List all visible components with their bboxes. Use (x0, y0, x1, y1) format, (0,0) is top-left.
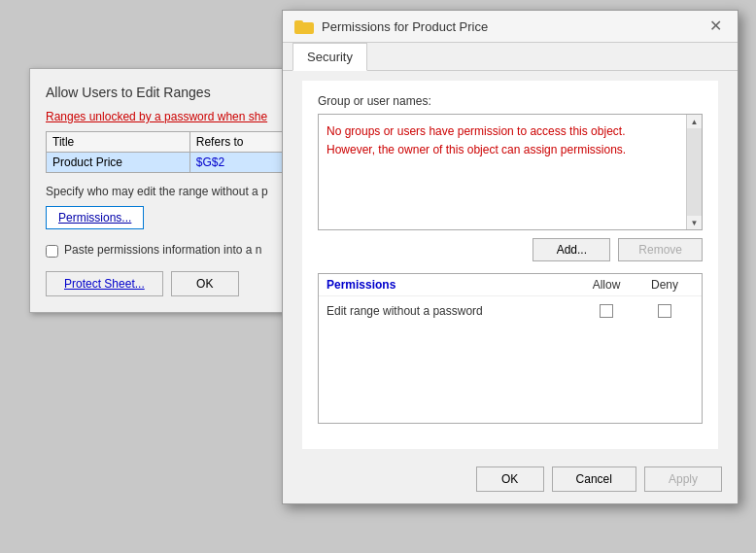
scroll-up-arrow[interactable]: ▲ (688, 115, 702, 128)
fg-titlebar: Permissions for Product Price ✕ (283, 11, 738, 43)
deny-check-cell (636, 304, 694, 318)
paste-permissions-row: Paste permissions information into a n (46, 243, 294, 258)
fg-dialog: Permissions for Product Price ✕ Security… (282, 10, 739, 504)
bg-specify-text: Specify who may edit the range without a… (46, 185, 294, 198)
bg-dialog-subtitle: Ranges unlocked by a password when she (46, 110, 294, 123)
bg-bottom-buttons: Protect Sheet... OK (46, 271, 294, 296)
fg-cancel-button[interactable]: Cancel (552, 467, 636, 492)
permissions-allow-label: Allow (577, 278, 636, 292)
fg-ok-button[interactable]: OK (476, 467, 544, 492)
permissions-row: Edit range without a password (319, 296, 702, 326)
table-col-title: Title (47, 132, 190, 153)
fg-close-button[interactable]: ✕ (705, 18, 726, 34)
permissions-label: Permissions (326, 278, 577, 292)
fg-dialog-title: Permissions for Product Price (322, 19, 488, 34)
protect-sheet-button[interactable]: Protect Sheet... (46, 271, 163, 296)
add-remove-row: Add... Remove (318, 238, 703, 261)
fg-tabs: Security (283, 43, 738, 71)
allow-check-cell (577, 304, 636, 318)
table-row[interactable]: Product Price $G$2 (47, 153, 294, 173)
permissions-empty-space (319, 326, 702, 423)
no-permission-text-line1: No groups or users have permission to ac… (326, 124, 625, 138)
scroll-track (687, 128, 702, 216)
scroll-down-arrow[interactable]: ▼ (688, 216, 702, 229)
group-label: Group or user names: (318, 94, 703, 108)
fg-bottom-buttons: OK Cancel Apply (283, 459, 738, 503)
deny-checkbox[interactable] (658, 304, 671, 318)
titlebar-left: Permissions for Product Price (294, 18, 488, 34)
permissions-button[interactable]: Permissions... (46, 206, 144, 229)
fg-apply-button[interactable]: Apply (644, 467, 722, 492)
table-cell-refers: $G$2 (189, 153, 293, 173)
permission-row-label: Edit range without a password (326, 304, 577, 318)
permissions-section: Permissions Allow Deny Edit range withou… (318, 273, 703, 424)
paste-permissions-label: Paste permissions information into a n (64, 243, 261, 257)
tab-security[interactable]: Security (292, 43, 367, 71)
ranges-table: Title Refers to Product Price $G$2 (46, 131, 294, 173)
paste-permissions-checkbox[interactable] (46, 245, 58, 258)
no-permission-text-line2: However, the owner of this object can as… (326, 143, 626, 156)
permissions-header: Permissions Allow Deny (319, 274, 702, 296)
permissions-deny-label: Deny (636, 278, 694, 292)
allow-checkbox[interactable] (600, 304, 613, 318)
add-button[interactable]: Add... (533, 238, 610, 261)
bg-dialog-title: Allow Users to Edit Ranges (46, 85, 294, 100)
fg-content: Group or user names: No groups or users … (302, 81, 718, 449)
table-cell-title: Product Price (47, 153, 190, 173)
table-col-refers: Refers to (189, 132, 293, 153)
bg-ok-button[interactable]: OK (171, 271, 239, 296)
users-box: No groups or users have permission to ac… (318, 114, 703, 230)
users-scrollbar[interactable]: ▲ ▼ (686, 115, 702, 229)
remove-button[interactable]: Remove (618, 238, 703, 261)
bg-dialog: Allow Users to Edit Ranges Ranges unlock… (29, 68, 311, 313)
folder-icon (294, 18, 314, 34)
